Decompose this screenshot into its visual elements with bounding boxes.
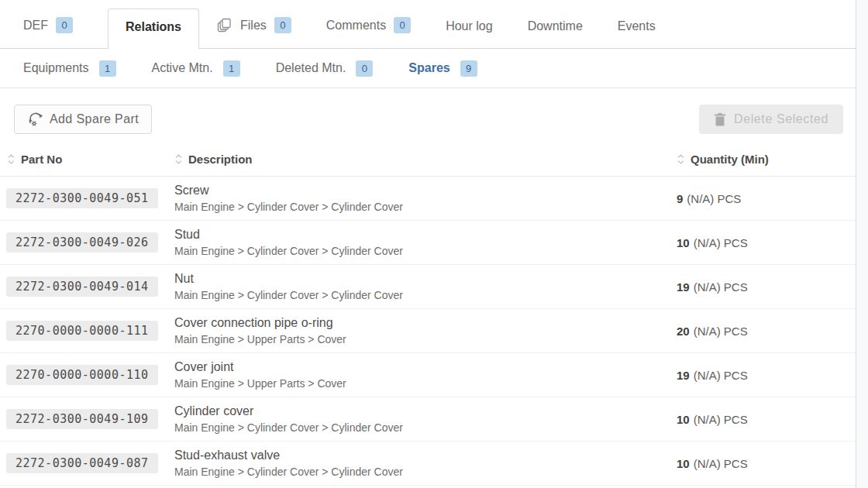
- quantity-unit: (N/A) PCS: [694, 236, 748, 249]
- quantity-value: 19: [677, 280, 690, 294]
- equipment-path: Main Engine > Cylinder Cover > Cylinder …: [174, 421, 670, 435]
- toolbar: Add Spare Part Delete Selected: [0, 105, 856, 134]
- tab-comments[interactable]: Comments 0: [326, 17, 411, 48]
- tab-label: Files: [240, 19, 267, 33]
- part-no-chip: 2270-0000-0000-110: [6, 365, 158, 385]
- tab-label: Relations: [126, 20, 181, 34]
- files-icon: [217, 18, 232, 33]
- count-badge: 1: [99, 60, 116, 77]
- tab-label: Comments: [326, 19, 386, 33]
- tab-label: Downtime: [528, 19, 583, 33]
- tab-label: DEF: [23, 19, 48, 33]
- subtab-spares[interactable]: Spares 9: [408, 60, 477, 77]
- tab-files[interactable]: Files 0: [217, 17, 291, 48]
- sort-icon: [8, 153, 15, 165]
- description-text: Stud: [174, 227, 670, 243]
- column-header-description[interactable]: Description: [167, 153, 670, 166]
- equipment-path: Main Engine > Upper Parts > Cover: [174, 332, 670, 346]
- equipment-path: Main Engine > Cylinder Cover > Cylinder …: [174, 200, 670, 214]
- count-badge: 9: [460, 60, 477, 77]
- table-row[interactable]: 2272-0300-0049-109 Cylinder cover Main E…: [0, 397, 856, 442]
- subtab-deleted-mtn[interactable]: Deleted Mtn. 0: [276, 60, 374, 77]
- description-text: Cover joint: [174, 359, 670, 376]
- tab-bar: DEF 0 Relations Files 0 Comments 0 Hour …: [0, 0, 856, 49]
- add-button-label: Add Spare Part: [50, 112, 139, 126]
- count-badge: 0: [356, 60, 373, 77]
- description-text: Cylinder cover: [174, 404, 670, 420]
- part-no-chip: 2272-0300-0049-109: [6, 409, 158, 429]
- spare-part-cycle-icon: [27, 112, 44, 127]
- part-no-chip: 2272-0300-0049-014: [6, 277, 158, 297]
- equipment-path: Main Engine > Upper Parts > Cover: [174, 376, 670, 390]
- spare-parts-table: 2272-0300-0049-051 Screw Main Engine > C…: [0, 177, 868, 486]
- part-no-chip: 2272-0300-0049-051: [6, 188, 158, 208]
- column-label: Description: [188, 153, 253, 166]
- quantity-value: 10: [677, 413, 690, 426]
- quantity-unit: (N/A) PCS: [694, 413, 748, 426]
- quantity-unit: (N/A) PCS: [687, 192, 741, 205]
- add-spare-part-button[interactable]: Add Spare Part: [14, 105, 152, 134]
- description-text: Nut: [174, 271, 670, 287]
- table-row[interactable]: 2272-0300-0049-014 Nut Main Engine > Cyl…: [0, 265, 856, 309]
- table-row[interactable]: 2272-0300-0049-026 Stud Main Engine > Cy…: [0, 221, 856, 265]
- equipment-path: Main Engine > Cylinder Cover > Cylinder …: [174, 244, 670, 258]
- subtab-label: Active Mtn.: [152, 61, 213, 75]
- tab-def[interactable]: DEF 0: [23, 17, 73, 48]
- tab-label: Hour log: [446, 19, 492, 33]
- quantity-value: 20: [677, 325, 690, 338]
- part-no-chip: 2272-0300-0049-087: [6, 453, 158, 473]
- page-gutter: [856, 0, 868, 488]
- subtab-bar: Equipments 1 Active Mtn. 1 Deleted Mtn. …: [0, 49, 856, 88]
- tab-hour-log[interactable]: Hour log: [446, 19, 492, 48]
- column-header-part-no[interactable]: Part No: [0, 153, 167, 166]
- description-text: Cover connection pipe o-ring: [174, 315, 670, 332]
- subtab-label: Deleted Mtn.: [276, 61, 346, 75]
- equipment-path: Main Engine > Cylinder Cover > Cylinder …: [174, 465, 670, 479]
- spare-parts-panel: DEF 0 Relations Files 0 Comments 0 Hour …: [0, 0, 868, 488]
- subtab-equipments[interactable]: Equipments 1: [23, 60, 116, 77]
- table-row[interactable]: 2272-0300-0049-087 Stud-exhaust valve Ma…: [0, 442, 856, 486]
- description-text: Screw: [174, 183, 670, 199]
- quantity-unit: (N/A) PCS: [694, 280, 748, 294]
- tab-downtime[interactable]: Downtime: [528, 19, 583, 48]
- delete-button-label: Delete Selected: [734, 112, 828, 126]
- quantity-value: 10: [677, 457, 690, 470]
- part-no-chip: 2272-0300-0049-026: [6, 232, 158, 253]
- delete-selected-button[interactable]: Delete Selected: [699, 105, 843, 134]
- subtab-label: Spares: [408, 61, 450, 75]
- table-header: Part No Description Quantity (Min): [0, 153, 856, 177]
- quantity-value: 10: [677, 236, 690, 249]
- table-row[interactable]: 2272-0300-0049-051 Screw Main Engine > C…: [0, 177, 856, 221]
- column-label: Quantity (Min): [691, 153, 769, 166]
- quantity-value: 9: [677, 192, 683, 205]
- subtab-active-mtn[interactable]: Active Mtn. 1: [152, 60, 240, 77]
- count-badge: 0: [394, 17, 411, 33]
- table-row[interactable]: 2270-0000-0000-110 Cover joint Main Engi…: [0, 353, 856, 397]
- tab-relations[interactable]: Relations: [108, 9, 199, 49]
- tab-label: Events: [618, 19, 656, 33]
- count-badge: 1: [223, 60, 240, 77]
- table-row[interactable]: 2270-0000-0000-111 Cover connection pipe…: [0, 309, 856, 353]
- subtab-label: Equipments: [23, 61, 89, 75]
- trash-icon: [714, 112, 726, 126]
- sort-icon: [677, 153, 684, 165]
- sort-icon: [175, 153, 182, 165]
- column-header-quantity-min[interactable]: Quantity (Min): [670, 153, 856, 166]
- count-badge: 0: [56, 17, 73, 33]
- quantity-unit: (N/A) PCS: [694, 325, 748, 338]
- equipment-path: Main Engine > Cylinder Cover > Cylinder …: [174, 288, 670, 302]
- count-badge: 0: [274, 17, 291, 33]
- quantity-unit: (N/A) PCS: [694, 457, 748, 470]
- description-text: Stud-exhaust valve: [174, 448, 670, 464]
- tab-events[interactable]: Events: [618, 19, 656, 48]
- quantity-unit: (N/A) PCS: [694, 369, 748, 382]
- part-no-chip: 2270-0000-0000-111: [6, 321, 158, 341]
- quantity-value: 19: [677, 369, 690, 382]
- column-label: Part No: [21, 153, 62, 166]
